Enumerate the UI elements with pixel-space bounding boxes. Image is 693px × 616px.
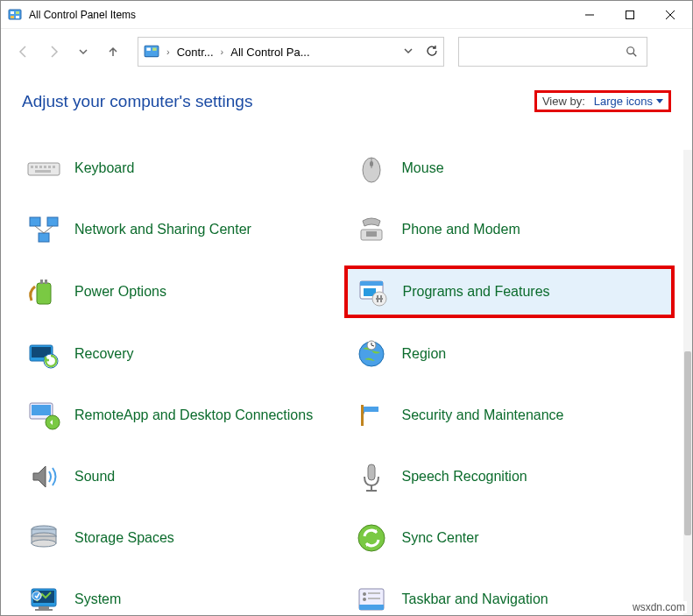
remoteapp-icon bbox=[25, 397, 62, 434]
security-icon bbox=[353, 397, 390, 434]
search-icon bbox=[626, 46, 638, 58]
speech-icon bbox=[353, 458, 390, 495]
forward-button[interactable] bbox=[41, 39, 66, 64]
svg-point-12 bbox=[627, 47, 634, 54]
control-panel-item[interactable]: Keyboard bbox=[18, 145, 346, 192]
scrollbar-thumb[interactable] bbox=[684, 351, 691, 535]
control-panel-item[interactable]: Storage Spaces bbox=[18, 514, 346, 562]
item-label: Taskbar and Navigation bbox=[402, 591, 548, 608]
control-panel-icon bbox=[144, 44, 159, 60]
up-button[interactable] bbox=[101, 39, 125, 64]
control-panel-item[interactable]: Speech Recognition bbox=[346, 453, 674, 500]
taskbar-icon bbox=[353, 581, 390, 615]
close-button[interactable] bbox=[650, 2, 690, 28]
item-label: Security and Maintenance bbox=[402, 407, 564, 424]
control-panel-item[interactable]: Power Options bbox=[18, 267, 346, 316]
item-label: Speech Recognition bbox=[402, 468, 527, 485]
item-label: Region bbox=[402, 345, 447, 363]
region-icon bbox=[353, 336, 390, 372]
item-label: Recovery bbox=[74, 345, 134, 363]
item-label: Network and Sharing Center bbox=[74, 221, 251, 238]
svg-rect-9 bbox=[145, 46, 159, 56]
view-by-value[interactable]: Large icons bbox=[594, 95, 663, 108]
breadcrumb-item[interactable]: All Control Pa... bbox=[230, 46, 309, 59]
svg-rect-4 bbox=[16, 16, 19, 18]
svg-rect-3 bbox=[11, 16, 14, 18]
content-area: KeyboardMouseNetwork and Sharing CenterP… bbox=[1, 145, 682, 615]
control-panel-item[interactable]: Taskbar and Navigation bbox=[346, 576, 674, 615]
item-label: Keyboard bbox=[74, 159, 135, 177]
control-panel-item[interactable]: Region bbox=[346, 330, 674, 378]
item-label: Storage Spaces bbox=[74, 529, 174, 547]
chevron-right-icon: › bbox=[166, 46, 170, 57]
programs-icon bbox=[354, 273, 391, 310]
minimize-button[interactable] bbox=[569, 2, 610, 28]
history-dropdown-button[interactable] bbox=[403, 46, 414, 59]
item-label: RemoteApp and Desktop Connections bbox=[74, 407, 313, 424]
storage-icon bbox=[25, 520, 62, 556]
svg-rect-2 bbox=[16, 11, 19, 14]
item-label: System bbox=[74, 591, 121, 608]
recent-locations-button[interactable] bbox=[71, 39, 95, 64]
window-title: All Control Panel Items bbox=[29, 9, 569, 21]
item-label: Programs and Features bbox=[403, 283, 550, 301]
sound-icon bbox=[25, 458, 62, 495]
network-icon bbox=[25, 211, 62, 248]
item-label: Phone and Modem bbox=[402, 221, 520, 238]
control-panel-item[interactable]: Programs and Features bbox=[346, 267, 674, 316]
back-button[interactable] bbox=[11, 39, 36, 64]
power-icon bbox=[25, 273, 62, 310]
svg-rect-6 bbox=[626, 11, 634, 18]
search-input[interactable] bbox=[458, 37, 647, 67]
chevron-down-icon bbox=[656, 99, 663, 103]
control-panel-item[interactable]: System bbox=[18, 576, 346, 615]
svg-line-13 bbox=[633, 53, 637, 57]
chevron-right-icon: › bbox=[221, 46, 224, 57]
control-panel-item[interactable]: Sound bbox=[18, 453, 346, 500]
page-title: Adjust your computer's settings bbox=[22, 92, 252, 111]
breadcrumb-item[interactable]: Contr... bbox=[177, 46, 214, 59]
control-panel-item[interactable]: RemoteApp and Desktop Connections bbox=[18, 392, 346, 439]
control-panel-item[interactable]: Security and Maintenance bbox=[346, 392, 674, 439]
navigation-bar: › Contr... › All Control Pa... bbox=[1, 29, 692, 74]
phone-icon bbox=[353, 211, 390, 248]
titlebar: All Control Panel Items bbox=[1, 1, 692, 29]
control-panel-item[interactable]: Mouse bbox=[346, 145, 674, 192]
svg-rect-10 bbox=[146, 48, 151, 51]
refresh-button[interactable] bbox=[426, 45, 438, 60]
control-panel-item[interactable]: Phone and Modem bbox=[346, 206, 674, 253]
item-label: Power Options bbox=[74, 283, 166, 301]
watermark: wsxdn.com bbox=[631, 601, 687, 613]
address-bar[interactable]: › Contr... › All Control Pa... bbox=[138, 37, 444, 67]
item-label: Mouse bbox=[402, 159, 444, 177]
view-by-label: View by: bbox=[542, 95, 585, 108]
control-panel-item[interactable]: Network and Sharing Center bbox=[18, 206, 346, 253]
control-panel-item[interactable]: Sync Center bbox=[346, 514, 674, 562]
window-controls bbox=[569, 2, 690, 28]
recovery-icon bbox=[25, 336, 62, 372]
view-by-selector[interactable]: View by: Large icons bbox=[534, 90, 671, 112]
item-label: Sound bbox=[74, 468, 115, 485]
system-icon bbox=[25, 581, 62, 615]
maximize-button[interactable] bbox=[610, 2, 650, 28]
control-panel-icon bbox=[8, 8, 22, 22]
mouse-icon bbox=[353, 150, 390, 187]
svg-rect-1 bbox=[11, 11, 14, 14]
scrollbar[interactable] bbox=[683, 150, 692, 615]
sync-icon bbox=[353, 520, 390, 556]
keyboard-icon bbox=[25, 150, 62, 187]
control-panel-item[interactable]: Recovery bbox=[18, 330, 346, 378]
item-label: Sync Center bbox=[402, 529, 479, 547]
svg-rect-11 bbox=[152, 48, 157, 51]
header-row: Adjust your computer's settings View by:… bbox=[1, 74, 692, 117]
